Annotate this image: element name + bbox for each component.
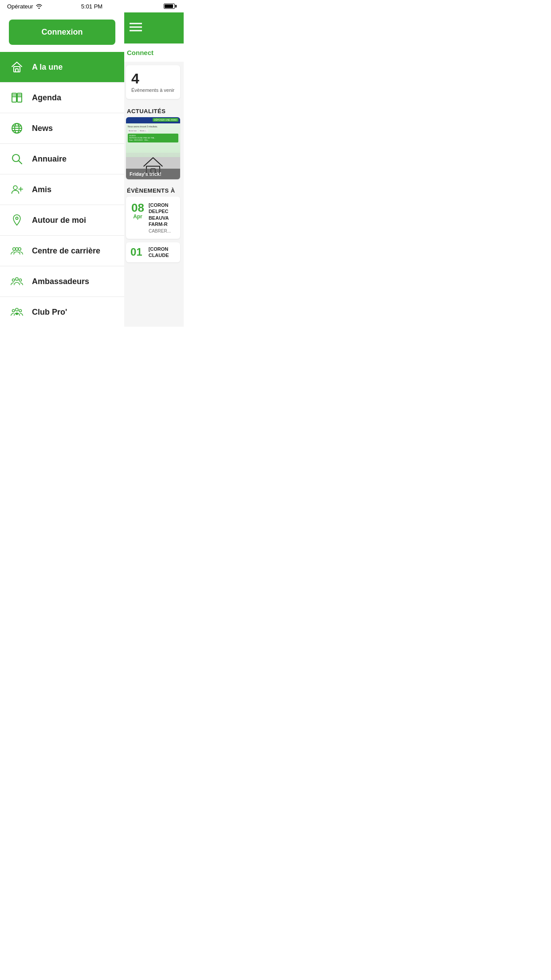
sidebar-label-agenda: Agenda: [32, 93, 61, 103]
sidebar-item-autour-de-moi[interactable]: Autour de moi: [0, 205, 124, 236]
sidebar-item-club-pro[interactable]: Club Pro': [0, 297, 124, 327]
svg-point-26: [16, 248, 18, 250]
status-right: [164, 4, 177, 9]
sidebar-item-amis[interactable]: Amis: [0, 174, 124, 205]
operator-label: Opérateur: [7, 3, 33, 10]
main-header: [122, 12, 184, 43]
news-overlay-text: Friday's trick!: [130, 171, 177, 177]
sidebar-label-club-pro: Club Pro': [32, 308, 67, 317]
events-label: Évènements à venir: [131, 87, 175, 93]
event-day-2: 01: [130, 246, 142, 258]
sidebar-label-news: News: [32, 124, 53, 133]
sidebar-label-amis: Amis: [32, 185, 51, 194]
book-open-icon: [9, 90, 25, 106]
status-time: 5:01 PM: [81, 3, 102, 10]
event-month-1: Apr: [131, 213, 144, 220]
globe-icon: [9, 120, 25, 136]
sidebar-item-centre-de-carriere[interactable]: Centre de carrière: [0, 236, 124, 266]
app-container: Connect 4 Évènements à venir ACTUALITÉS …: [0, 12, 184, 327]
event-date-1: 08 Apr: [131, 202, 144, 220]
users-icon: [9, 243, 25, 259]
sidebar-item-agenda[interactable]: Agenda: [0, 83, 124, 113]
main-panel: Connect 4 Évènements à venir ACTUALITÉS …: [122, 12, 184, 327]
actualites-label: ACTUALITÉS: [122, 103, 184, 117]
sidebar-label-annuaire: Annuaire: [32, 154, 67, 164]
svg-point-27: [16, 277, 18, 280]
event-subtitle-1: CABRER...: [149, 229, 175, 233]
svg-point-31: [12, 309, 15, 312]
sidebar-label-centre-de-carriere: Centre de carrière: [32, 246, 100, 256]
news-card[interactable]: DÉPOSER UNE ANNO Nous avons trouvé 3 rés…: [126, 117, 180, 179]
news-card-screenshot: DÉPOSER UNE ANNO Nous avons trouvé 3 rés…: [126, 117, 180, 157]
sidebar-label-ambassadeurs: Ambassadeurs: [32, 277, 89, 286]
sidebar-nav: A la une Agenda: [0, 52, 124, 327]
home-icon: [9, 59, 25, 75]
wifi-icon: [35, 4, 43, 9]
svg-point-29: [19, 279, 21, 281]
svg-point-25: [18, 248, 21, 250]
svg-rect-6: [16, 69, 18, 72]
event-info-1: [CORON DELPEC BEAUVA FARM-R CABRER...: [149, 202, 175, 233]
news-card-overlay: Friday's trick!: [126, 169, 180, 179]
svg-point-32: [19, 309, 21, 312]
user-plus-icon: [9, 182, 25, 198]
svg-point-33: [16, 313, 18, 315]
sidebar-connexion-area: Connexion: [0, 12, 124, 52]
events-number: 4: [131, 71, 175, 86]
svg-point-23: [16, 217, 18, 219]
connexion-button[interactable]: Connexion: [9, 20, 115, 45]
svg-point-30: [16, 308, 18, 311]
event-day-1: 08: [131, 202, 144, 213]
event-item-2[interactable]: 01 [CORON CLAUDE: [126, 242, 180, 262]
event-title-2: [CORON CLAUDE: [149, 246, 176, 259]
search-icon: [9, 151, 25, 167]
hamburger-icon[interactable]: [130, 22, 142, 34]
evenements-label: ÉVÈNEMENTS À: [122, 183, 184, 197]
event-title-1: [CORON DELPEC BEAUVA FARM-R: [149, 202, 175, 227]
battery-icon: [164, 4, 177, 9]
sidebar-item-annuaire[interactable]: Annuaire: [0, 144, 124, 174]
connect-text[interactable]: Connect: [122, 43, 184, 62]
events-card: 4 Évènements à venir: [126, 65, 180, 99]
svg-point-28: [12, 279, 15, 281]
club-pro-icon: [9, 304, 25, 320]
news-card-image: DÉPOSER UNE ANNO Nous avons trouvé 3 rés…: [126, 117, 180, 179]
sidebar-item-news[interactable]: News: [0, 113, 124, 144]
ambassadeurs-icon: [9, 273, 25, 289]
status-left: Opérateur: [7, 3, 43, 10]
status-bar: Opérateur 5:01 PM: [0, 0, 184, 12]
event-item-1[interactable]: 08 Apr [CORON DELPEC BEAUVA FARM-R CABRE…: [126, 197, 180, 239]
svg-point-20: [13, 186, 17, 190]
svg-line-19: [19, 161, 22, 164]
sidebar-item-ambassadeurs[interactable]: Ambassadeurs: [0, 266, 124, 297]
map-pin-icon: [9, 212, 25, 228]
svg-point-24: [13, 248, 16, 250]
sidebar-label-autour-de-moi: Autour de moi: [32, 216, 86, 225]
sidebar-item-a-la-une[interactable]: A la une: [0, 52, 124, 83]
sidebar: Connexion A la une: [0, 12, 124, 327]
sidebar-label-a-la-une: A la une: [32, 63, 63, 72]
